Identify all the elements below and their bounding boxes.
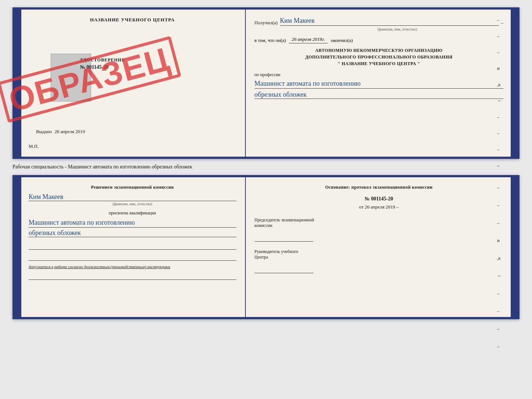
right-dashes: – – – и ,а ← – – – – [497,17,502,168]
b-dash-5: ,а [497,255,502,261]
udostoverenie-title: УДОСТОВЕРЕНИЕ [80,57,132,63]
predsedatel-line1: Председатель экзаменационной [255,217,314,222]
dopuskaetsya-label: допускается к [29,264,53,269]
dopuskaetsya-section: допускается к работе согласно должностны… [29,264,236,269]
autonomnaya-section: АВТОНОМНУЮ НЕКОММЕРЧЕСКУЮ ОРГАНИЗАЦИЮ ДО… [255,47,503,67]
blank-line-1 [29,242,236,250]
b-dash-2: – [497,202,502,208]
kval-line1: Машинист автомата по изготовлению [29,218,236,228]
b-dash-10: – [497,343,502,349]
dash-4: и [497,65,502,71]
dash-9: – [497,146,502,152]
fio-sub-bottom: (фамилия, имя, отчество) [29,202,236,206]
b-dash-8: – [497,308,502,314]
right-col-dashes2: – – – и ,а ← – – – – [497,185,502,349]
okonchil-label: окончил(а) [331,38,353,43]
predsedatel-section: Председатель экзаменационной комиссии [255,217,503,228]
top-cert-right-page: – – – и ,а ← – – – – Получил(а) Ким Маке… [246,10,511,157]
mp-label: М.П. [29,143,39,149]
b-dash-6: ← [497,273,502,279]
vudano-line: Выдано 26 апреля 2019 [36,129,85,135]
profession-line2: обрезных обложек [255,91,503,99]
dash-5: ,а [497,82,502,88]
ot-date-value: 26 апреля 2019 [365,204,395,210]
udostoverenie-number: № 001145-20 [80,64,132,70]
poluchil-name: Ким Макеев [280,17,499,26]
dash-2: – [497,33,502,39]
book-spine-left [15,10,21,157]
vudano-date: 26 апреля 2019 [55,129,85,134]
dash-3: – [497,49,502,55]
top-certificate-book: НАЗВАНИЕ УЧЕБНОГО ЦЕНТРА УДОСТОВЕРЕНИЕ №… [12,7,520,159]
predsedatel-signature-line [255,231,313,242]
rukovoditel-line2: Центра [255,254,268,260]
dash-6: ← [497,98,502,104]
vtom-label: в том, что он(а) [255,38,286,43]
bottom-cert-left-page: Решением экзаменационной комиссии Ким Ма… [21,177,246,317]
school-name-header: НАЗВАНИЕ УЧЕБНОГО ЦЕНТРА [29,17,236,23]
kval-line2: обрезных обложек [29,229,236,237]
rukovoditel-line1: Руководитель учебного [255,249,298,254]
poluchil-label: Получил(а) [255,20,278,26]
autonomnaya-line2: ДОПОЛНИТЕЛЬНОГО ПРОФЕССИОНАЛЬНОГО ОБРАЗО… [255,54,503,60]
komissia-name: Ким Макеев [29,193,236,201]
top-cert-left-page: НАЗВАНИЕ УЧЕБНОГО ЦЕНТРА УДОСТОВЕРЕНИЕ №… [21,10,246,157]
book-spine-right [511,10,517,157]
autonomnaya-line3: " НАЗВАНИЕ УЧЕБНОГО ЦЕНТРА " [255,60,503,67]
po-professii-label: по профессии [255,72,503,78]
autonomnaya-line1: АВТОНОМНУЮ НЕКОММЕРЧЕСКУЮ ОРГАНИЗАЦИЮ [255,47,503,54]
osnovanie: Основание: протокол экзаменационной коми… [255,185,503,190]
bottom-certificate-book: Решением экзаменационной комиссии Ким Ма… [12,175,520,319]
dash-10: – [497,163,502,168]
ot-label: от [359,204,363,210]
fio-subtitle-top: (фамилия, имя, отчество) [291,27,503,31]
dash-8: – [497,130,502,136]
bottom-cert-right-page: – – – и ,а ← – – – – Основание: протокол… [246,177,511,317]
vudano-label: Выдано [36,129,52,134]
poluchil-line: Получил(а) Ким Макеев – [255,17,503,26]
blank-line-2 [29,253,236,261]
b-dash-4: и [497,238,502,243]
blank-line-3 [29,272,236,280]
dash-7: – [497,114,502,120]
b-dash-3: – [497,220,502,226]
rukovoditel-signature-line [255,262,313,273]
bottom-book-spine-right [511,177,517,317]
specialty-label: Рабочая специальность - Машинист автомат… [12,163,192,171]
vtom-date: 26 апреля 2019г. [289,36,328,43]
vtom-line: в том, что он(а) 26 апреля 2019г. окончи… [255,36,503,43]
profession-line1: Машинист автомата по изготовлению [255,79,503,89]
predsedatel-line2: комиссии [255,223,273,228]
b-dash-7: – [497,291,502,296]
bottom-book-spine-left [15,177,21,317]
dash-1: – [497,17,502,23]
b-dash-1: – [497,185,502,190]
resheniyem-line: Решением экзаменационной комиссии [29,185,236,190]
protocol-number: № 001145-20 [255,196,503,202]
prisvoena-line: присвоена квалификация [29,210,236,216]
rukovoditel-section: Руководитель учебного Центра [255,249,503,260]
udostoverenie-box: УДОСТОВЕРЕНИЕ № 001145-20 [36,57,132,70]
ot-dash: – [396,204,399,210]
dopuskaetsya-text: работе согласно должностным (производств… [54,264,170,269]
b-dash-9: – [497,326,502,332]
ot-date: от 26 апреля 2019 – [255,204,503,210]
